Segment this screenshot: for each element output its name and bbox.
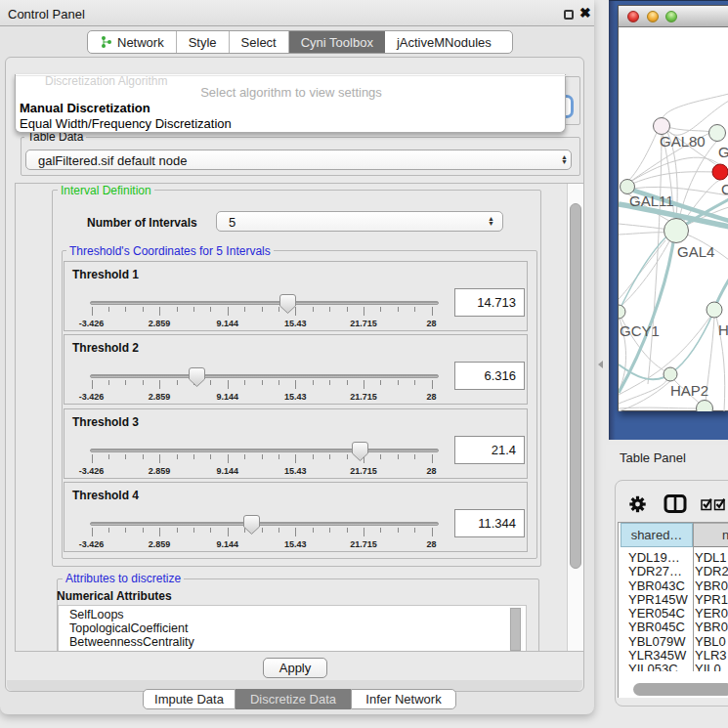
svg-text:GAL11: GAL11 <box>629 193 674 209</box>
svg-text:HAP2: HAP2 <box>670 382 708 399</box>
svg-text:H: H <box>718 321 728 338</box>
svg-text:GAL80: GAL80 <box>660 133 706 150</box>
svg-text:C: C <box>721 181 728 197</box>
svg-text:G: G <box>718 144 728 160</box>
svg-text:GCY1: GCY1 <box>620 322 660 339</box>
svg-text:GAL4: GAL4 <box>677 243 714 260</box>
